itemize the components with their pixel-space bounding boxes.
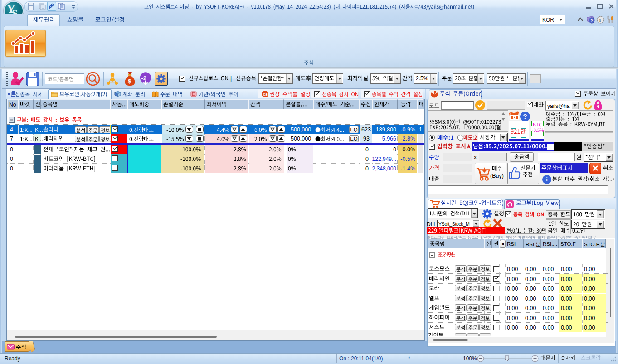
svg-text:-2: -2 [141,75,146,82]
svg-text:i: i [599,17,601,23]
svg-text:$: $ [128,78,131,85]
svg-text:?: ? [590,19,593,23]
